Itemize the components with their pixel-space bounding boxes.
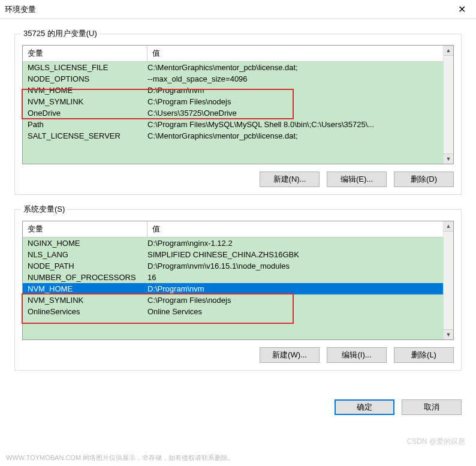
user-table-header: 变量 值 [23, 46, 453, 62]
table-row[interactable]: PathC:\Program Files\MySQL\MySQL Shell 8… [23, 119, 443, 130]
cell-variable: NODE_PATH [28, 261, 147, 270]
user-header-val[interactable]: 值 [147, 46, 453, 61]
cell-variable: NODE_OPTIONS [28, 74, 147, 83]
system-table-body[interactable]: NGINX_HOMED:\Program\nginx-1.12.2NLS_LAN… [23, 237, 453, 339]
table-row[interactable]: NVM_SYMLINKC:\Program Files\nodejs [23, 96, 443, 107]
cell-variable: OneDrive [28, 109, 147, 118]
user-header-var[interactable]: 变量 [23, 46, 147, 61]
user-table: 变量 值 MGLS_LICENSE_FILEC:\MentorGraphics\… [22, 45, 454, 164]
watermark-left: WWW.TOYMOBAN.COM 网络图片仅供展示，非存储，如有侵权请联系删除。 [6, 453, 234, 462]
cell-value: C:\Users\35725\OneDrive [147, 109, 443, 118]
system-header-val[interactable]: 值 [147, 221, 453, 237]
cell-variable: NVM_SYMLINK [28, 97, 147, 106]
close-icon[interactable]: ✕ [452, 4, 471, 15]
cell-variable: NVM_HOME [28, 284, 147, 293]
cell-variable: NVM_HOME [28, 86, 147, 95]
content: 35725 的用户变量(U) 变量 值 MGLS_LICENSE_FILEC:\… [0, 19, 476, 399]
window-title: 环境变量 [5, 4, 452, 15]
cell-variable: NGINX_HOME [28, 239, 147, 248]
table-row[interactable]: NVM_SYMLINKC:\Program Files\nodejs [23, 294, 443, 306]
system-new-button[interactable]: 新建(W)... [260, 347, 320, 363]
cell-value: D:\Program\nvm\v16.15.1\node_modules [147, 261, 443, 270]
system-scrollbar[interactable]: ▲ ▼ [443, 221, 453, 339]
user-table-body[interactable]: MGLS_LICENSE_FILEC:\MentorGraphics\mento… [23, 62, 453, 164]
table-row[interactable]: NODE_OPTIONS--max_old_space_size=4096 [23, 73, 443, 85]
table-row[interactable]: OnlineServicesOnline Services [23, 306, 443, 317]
cell-value: C:\Program Files\nodejs [147, 296, 443, 305]
cell-value: SIMPLIFIED CHINESE_CHINA.ZHS16GBK [147, 250, 443, 259]
cell-value: 16 [147, 273, 443, 282]
user-scrollbar[interactable]: ▲ ▼ [443, 46, 453, 164]
system-table: 变量 值 NGINX_HOMED:\Program\nginx-1.12.2NL… [22, 221, 454, 340]
table-row[interactable]: MGLS_LICENSE_FILEC:\MentorGraphics\mento… [23, 62, 443, 73]
cancel-button[interactable]: 取消 [402, 399, 462, 415]
system-table-header: 变量 值 [23, 221, 453, 237]
cell-variable: OnlineServices [28, 307, 147, 316]
scroll-up-icon[interactable]: ▲ [444, 221, 453, 232]
system-variables-group: 系统变量(S) 变量 值 NGINX_HOMED:\Program\nginx-… [14, 209, 462, 371]
cell-variable: NVM_SYMLINK [28, 296, 147, 305]
user-edit-button[interactable]: 编辑(E)... [327, 172, 387, 187]
titlebar: 环境变量 ✕ [0, 0, 476, 19]
system-header-var[interactable]: 变量 [23, 221, 147, 237]
cell-value: C:\MentorGraphics\mentor_pcb\license.dat… [147, 63, 443, 72]
cell-variable: MGLS_LICENSE_FILE [28, 63, 147, 72]
cell-value: C:\Program Files\nodejs [147, 97, 443, 106]
system-delete-button[interactable]: 删除(L) [394, 347, 454, 363]
ok-button[interactable]: 确定 [335, 399, 394, 415]
table-row[interactable]: NVM_HOMED:\Program\nvm [23, 85, 443, 96]
table-row[interactable]: SALT_LICENSE_SERVERC:\MentorGraphics\men… [23, 130, 443, 142]
table-row[interactable]: NLS_LANGSIMPLIFIED CHINESE_CHINA.ZHS16GB… [23, 249, 443, 260]
cell-value: C:\MentorGraphics\mentor_pcb\license.dat… [147, 131, 443, 140]
table-row[interactable]: NVM_HOMED:\Program\nvm [23, 283, 443, 294]
cell-value: C:\Program Files\MySQL\MySQL Shell 8.0\b… [147, 120, 443, 129]
cell-value: D:\Program\nvm [147, 284, 443, 293]
cell-value: --max_old_space_size=4096 [147, 74, 443, 83]
cell-value: D:\Program\nginx-1.12.2 [147, 239, 443, 248]
scroll-down-icon[interactable]: ▼ [444, 154, 453, 164]
cell-variable: SALT_LICENSE_SERVER [28, 131, 147, 140]
cell-value: Online Services [147, 307, 443, 316]
cell-variable: NLS_LANG [28, 250, 147, 259]
watermark-right: CSDN @爱的叹息 [406, 437, 465, 447]
system-group-label: 系统变量(S) [21, 204, 67, 215]
system-buttons: 新建(W)... 编辑(I)... 删除(L) [22, 347, 454, 363]
table-row[interactable]: NUMBER_OF_PROCESSORS16 [23, 272, 443, 283]
table-row[interactable]: OneDriveC:\Users\35725\OneDrive [23, 107, 443, 119]
cell-variable: NUMBER_OF_PROCESSORS [28, 273, 147, 282]
system-edit-button[interactable]: 编辑(I)... [327, 347, 387, 363]
cell-variable: Path [28, 120, 147, 129]
cell-value: D:\Program\nvm [147, 86, 443, 95]
user-delete-button[interactable]: 删除(D) [394, 172, 454, 187]
user-buttons: 新建(N)... 编辑(E)... 删除(D) [22, 172, 454, 187]
user-variables-group: 35725 的用户变量(U) 变量 值 MGLS_LICENSE_FILEC:\… [14, 34, 462, 195]
user-group-label: 35725 的用户变量(U) [21, 28, 100, 39]
scroll-up-icon[interactable]: ▲ [444, 46, 453, 56]
table-row[interactable]: NODE_PATHD:\Program\nvm\v16.15.1\node_mo… [23, 260, 443, 272]
table-row[interactable]: NGINX_HOMED:\Program\nginx-1.12.2 [23, 237, 443, 249]
scroll-down-icon[interactable]: ▼ [444, 329, 453, 339]
dialog-buttons: 确定 取消 [0, 399, 476, 425]
user-new-button[interactable]: 新建(N)... [260, 172, 320, 187]
